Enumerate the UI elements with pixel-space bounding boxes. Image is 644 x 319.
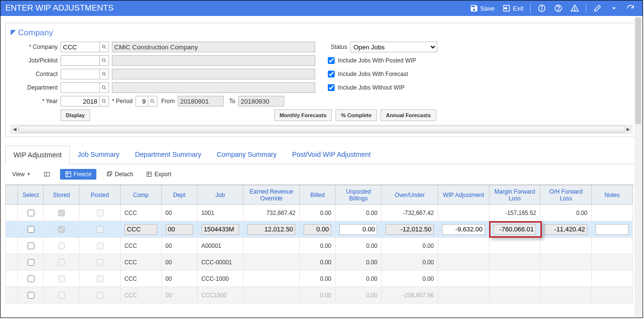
refresh-button[interactable]	[623, 0, 638, 16]
year-lov-button[interactable]	[99, 96, 109, 106]
tab-post-void[interactable]: Post/Void WIP Adjustment	[284, 146, 378, 164]
company-lov-button[interactable]	[99, 42, 109, 52]
period-label: Period	[109, 98, 136, 105]
detach-button[interactable]: Detach	[103, 169, 136, 180]
window-vscrollbar[interactable]	[634, 16, 642, 317]
period-lov-button[interactable]	[148, 96, 157, 106]
col-notes[interactable]: Notes	[592, 185, 633, 205]
col-dept[interactable]: Dept	[161, 185, 197, 205]
job-cell	[201, 224, 239, 235]
posted-checkbox	[97, 292, 104, 299]
help-button[interactable]	[551, 0, 566, 16]
col-job[interactable]: Job	[197, 185, 243, 205]
col-unposted[interactable]: Unposted Billings	[336, 185, 382, 205]
stored-checkbox	[58, 275, 65, 282]
svg-point-11	[102, 72, 105, 75]
select-checkbox[interactable]	[28, 210, 34, 216]
svg-line-10	[105, 61, 107, 63]
unposted-cell: 0.00	[336, 287, 382, 304]
save-label: Save	[480, 5, 495, 12]
billed-cell: 0.00	[300, 205, 336, 221]
tab-job-summary[interactable]: Job Summary	[70, 146, 127, 164]
display-button[interactable]: Display	[61, 109, 90, 121]
alert-button[interactable]	[567, 0, 582, 16]
select-checkbox[interactable]	[28, 226, 34, 233]
tab-department-summary[interactable]: Department Summary	[127, 146, 209, 164]
table-row[interactable]: CCC 00 CCC1000 0.00 0.00 -206,807.96	[6, 287, 633, 304]
table-row[interactable]: CCC 00 CCC-00001 0.00 0.00 0.00	[6, 254, 633, 271]
table-row[interactable]: CCC 00 CCC-1000 0.00 0.00 0.00	[6, 271, 633, 287]
forecast-checkbox[interactable]	[328, 71, 335, 77]
svg-point-2	[541, 6, 542, 7]
col-posted[interactable]: Posted	[79, 185, 121, 205]
from-label: From	[157, 98, 178, 105]
posted-wip-checkbox[interactable]	[328, 57, 335, 64]
tab-company-summary[interactable]: Company Summary	[209, 146, 285, 164]
select-checkbox[interactable]	[28, 275, 34, 282]
period-input[interactable]	[136, 96, 148, 106]
col-overunder[interactable]: Over/Under	[382, 185, 438, 205]
contract-lov-button[interactable]	[99, 69, 109, 79]
mfl-cell	[489, 254, 540, 271]
col-mfl[interactable]: Margin Forward Loss	[489, 185, 540, 205]
tab-wip-adjustment[interactable]: WIP Adjustment	[5, 146, 70, 164]
department-lov-button[interactable]	[99, 82, 109, 93]
jobpicklist-lov-button[interactable]	[99, 55, 109, 66]
mfl-cell: -157,165.52	[489, 205, 540, 221]
status-select[interactable]: Open Jobs	[350, 42, 437, 52]
svg-point-7	[102, 45, 105, 48]
job-cell: A00001	[197, 238, 243, 254]
annual-forecasts-button[interactable]: Annual Forecasts	[381, 109, 436, 121]
notes-cell	[592, 287, 633, 304]
col-ero[interactable]: Earned Revenue Override	[243, 185, 299, 205]
col-stored[interactable]: Stored	[44, 185, 79, 205]
contract-input[interactable]	[61, 69, 99, 79]
titlebar: ENTER WIP ADJUSTMENTS Save Exit	[0, 0, 643, 16]
svg-point-4	[558, 10, 559, 11]
posted-checkbox	[97, 226, 104, 233]
col-select[interactable]: Select	[18, 185, 44, 205]
pct-complete-button[interactable]: % Complete	[336, 109, 377, 121]
col-billed[interactable]: Billed	[300, 185, 336, 205]
col-comp[interactable]: Comp	[120, 185, 161, 205]
department-input[interactable]	[61, 82, 99, 93]
table-row[interactable]: CCC 00 1001 732,667.42 0.00 0.00 -732,66…	[6, 205, 633, 221]
mfl-cell	[489, 287, 540, 304]
stored-checkbox	[58, 226, 65, 233]
notes-cell[interactable]	[596, 224, 629, 235]
company-panel-title[interactable]: Company	[11, 28, 632, 38]
jobpicklist-input[interactable]	[61, 55, 99, 66]
exit-button[interactable]: Exit	[499, 0, 526, 16]
export-button[interactable]: Export	[143, 169, 174, 180]
from-input	[178, 96, 224, 106]
company-code-input[interactable]	[61, 42, 99, 52]
unposted-cell[interactable]	[339, 224, 377, 235]
edit-button[interactable]	[590, 0, 605, 16]
dropdown-button[interactable]	[607, 0, 621, 16]
svg-point-15	[102, 99, 105, 102]
monthly-forecasts-button[interactable]: Monthly Forecasts	[274, 109, 332, 121]
select-checkbox[interactable]	[28, 259, 34, 266]
save-icon	[470, 4, 478, 13]
wipadj-cell[interactable]	[442, 224, 485, 235]
without-wip-checkbox[interactable]	[328, 84, 335, 91]
select-checkbox[interactable]	[28, 243, 34, 249]
freeze-button[interactable]: Freeze	[60, 169, 96, 180]
view-menu[interactable]: View▼	[9, 169, 34, 180]
save-button[interactable]: Save	[467, 0, 498, 16]
stored-checkbox	[58, 243, 65, 249]
toggle-button[interactable]	[41, 169, 53, 180]
select-checkbox[interactable]	[28, 292, 34, 299]
table-row[interactable]	[6, 221, 633, 238]
table-row[interactable]: CCC 00 A00001 0.00 0.00 0.00	[6, 238, 633, 254]
mfl-cell	[493, 224, 537, 235]
overunder-cell: 0.00	[382, 238, 438, 254]
info-button[interactable]	[535, 0, 549, 16]
department-desc	[112, 82, 315, 93]
wipadj-cell	[438, 287, 489, 304]
year-input[interactable]	[61, 96, 99, 106]
col-wipadj[interactable]: WIP Adjustment	[438, 185, 489, 205]
mfl-cell	[489, 238, 540, 254]
col-ofl[interactable]: O/H Forward Loss	[540, 185, 592, 205]
panel-hscrollbar[interactable]: ◄ ►	[11, 125, 632, 134]
